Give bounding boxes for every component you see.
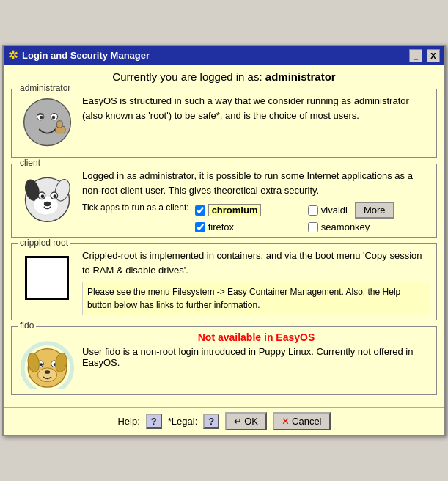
page-heading: Currently you are logged in as: administ… [11,70,437,83]
administrator-avatar [18,94,76,153]
client-text: Logged in as administrator, it is possib… [82,169,430,197]
apps-grid-container: chromium vivaldi More [195,202,430,232]
more-button[interactable]: More [355,202,394,219]
svg-point-22 [44,370,50,374]
administrator-section-label: administrator [18,83,73,93]
heading-prefix: Currently you are logged in as: [112,70,262,83]
logged-in-user: administrator [265,70,336,83]
minimize-button[interactable]: _ [409,49,422,62]
svg-point-13 [40,194,44,198]
svg-point-0 [23,98,70,145]
client-apps-row: Tick apps to run as a client: chromium [82,202,430,232]
fido-not-available: Not available in EasyOS [82,331,430,343]
titlebar: ✲ Login and Security Manager _ X [4,46,444,65]
svg-point-3 [39,115,43,119]
legal-button[interactable]: ? [203,414,219,429]
client-section: client [11,164,437,238]
cancel-button[interactable]: ✕ Cancel [273,412,330,430]
crippled-root-section: crippled root Crippled-root is implement… [11,243,437,320]
ok-icon: ↵ [234,416,242,427]
fido-section-label: fido [18,320,36,331]
chromium-label: chromium [208,204,262,216]
help-button[interactable]: ? [146,414,162,429]
seamonkey-checkbox[interactable] [308,222,318,232]
ok-label: OK [244,416,258,427]
administrator-section-inner: EasyOS is structured in such a way that … [18,94,430,153]
main-window: ✲ Login and Security Manager _ X Current… [2,45,446,436]
vivaldi-label: vivaldi [321,205,348,216]
crippled-root-inner: Crippled-root is implemented in containe… [18,249,430,315]
fido-description: User fido is a non-root login introduced… [82,346,430,368]
vivaldi-checkbox-item: vivaldi [308,205,348,216]
crippled-text1: Crippled-root is implemented in containe… [82,249,430,277]
svg-point-14 [53,194,56,198]
close-button[interactable]: X [427,49,440,62]
firefox-label: firefox [208,221,234,232]
client-section-content: Logged in as administrator, it is possib… [82,169,430,232]
seamonkey-label: seamonkey [321,221,370,232]
cancel-icon: ✕ [282,416,290,427]
help-label: Help: [117,416,139,427]
svg-point-4 [51,115,55,119]
client-apps-label: Tick apps to run as a client: [82,202,189,214]
client-section-label: client [18,158,43,168]
main-content: Currently you are logged in as: administ… [4,65,444,407]
svg-point-20 [40,363,43,366]
chromium-checkbox-item: chromium [195,204,298,216]
svg-point-17 [37,367,56,381]
crippled-root-content: Crippled-root is implemented in containe… [82,249,430,315]
titlebar-icon: ✲ [8,48,18,62]
crippled-text2: Please see the menu Filesystem -> Easy C… [82,282,430,315]
crippled-box [25,256,69,300]
crippled-root-avatar [18,249,76,307]
ok-button[interactable]: ↵ OK [225,412,267,430]
firefox-checkbox[interactable] [195,222,205,232]
apps-checkboxes: chromium vivaldi More [195,202,430,232]
administrator-section: administrator [11,89,437,158]
chromium-checkbox[interactable] [195,205,205,216]
fido-inner: Not available in EasyOS User fido is a n… [18,331,430,390]
fido-section: fido [11,326,437,395]
svg-rect-6 [56,120,62,127]
administrator-text: EasyOS is structured in such a way that … [82,94,430,122]
svg-point-15 [43,201,50,206]
vivaldi-checkbox[interactable] [308,205,318,216]
firefox-checkbox-item: firefox [195,221,298,232]
client-section-inner: Logged in as administrator, it is possib… [18,169,430,232]
legal-label: *Legal: [168,416,197,427]
fido-avatar [18,331,76,390]
cancel-label: Cancel [292,416,321,427]
titlebar-title: Login and Security Manager [22,50,405,61]
crippled-root-label: crippled root [18,238,70,248]
client-avatar [18,169,76,227]
seamonkey-checkbox-item: seamonkey [308,221,430,232]
bottom-bar: Help: ? *Legal: ? ↵ OK ✕ Cancel [4,407,444,435]
vivaldi-row: vivaldi More [308,202,430,219]
fido-text-content: Not available in EasyOS User fido is a n… [82,331,430,368]
